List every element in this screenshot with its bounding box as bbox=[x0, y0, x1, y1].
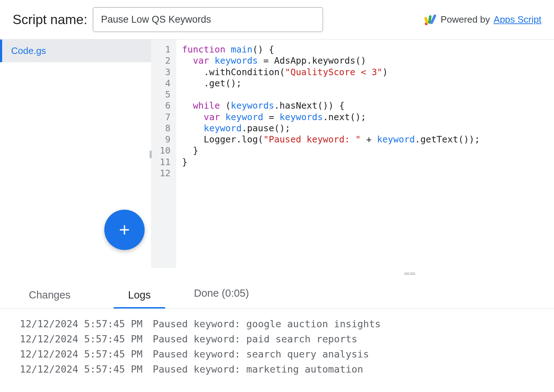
line-number: 7 bbox=[158, 111, 172, 123]
log-row: 12/12/2024 5:57:45 PMPaused keyword: sea… bbox=[20, 347, 534, 362]
line-number: 11 bbox=[158, 156, 172, 168]
vertical-resize-handle[interactable]: || bbox=[149, 149, 151, 159]
line-number-gutter: 123456789101112 bbox=[151, 40, 176, 268]
line-number: 10 bbox=[158, 145, 172, 156]
line-number: 8 bbox=[158, 123, 172, 134]
line-number: 5 bbox=[158, 89, 172, 100]
tab-label: Changes bbox=[29, 289, 71, 301]
log-message: Paused keyword: google auction insights bbox=[153, 316, 381, 332]
line-number: 3 bbox=[158, 67, 172, 78]
log-message: Paused keyword: search query analysis bbox=[153, 347, 369, 362]
line-number: 6 bbox=[158, 100, 172, 111]
apps-script-link[interactable]: Apps Script bbox=[494, 14, 541, 25]
add-file-button[interactable]: + bbox=[104, 210, 145, 250]
log-timestamp: 12/12/2024 5:57:45 PM bbox=[20, 347, 142, 362]
log-row: 12/12/2024 5:57:45 PMPaused keyword: mar… bbox=[20, 362, 534, 377]
log-message: Paused keyword: paid search reports bbox=[153, 332, 357, 347]
apps-script-icon bbox=[423, 13, 437, 27]
run-status: Done (0:05) bbox=[194, 287, 249, 306]
tab-changes[interactable]: Changes bbox=[14, 286, 85, 308]
sidebar: Code.gs + || bbox=[0, 40, 151, 268]
line-number: 9 bbox=[158, 134, 172, 145]
powered-by: Powered by Apps Script bbox=[423, 13, 541, 27]
svg-rect-1 bbox=[424, 17, 428, 24]
script-name-input[interactable] bbox=[93, 7, 323, 32]
log-row: 12/12/2024 5:57:45 PMPaused keyword: pai… bbox=[20, 332, 534, 347]
main-area: Code.gs + || 123456789101112 function ma… bbox=[0, 40, 554, 268]
log-message: Paused keyword: marketing automation bbox=[153, 362, 363, 377]
line-number: 12 bbox=[158, 168, 172, 179]
log-timestamp: 12/12/2024 5:57:45 PM bbox=[20, 316, 142, 332]
tab-logs[interactable]: Logs bbox=[114, 286, 165, 308]
code-content[interactable]: function main() { var keywords = AdsApp.… bbox=[176, 40, 486, 268]
bottom-panel-tabs: Changes Logs Done (0:05) bbox=[0, 279, 554, 309]
script-name-label: Script name: bbox=[13, 12, 87, 27]
horizontal-resize-handle[interactable]: ══ bbox=[266, 268, 554, 279]
file-item-label: Code.gs bbox=[11, 45, 46, 56]
log-row: 12/12/2024 5:57:45 PMPaused keyword: goo… bbox=[20, 316, 534, 332]
powered-by-text: Powered by bbox=[441, 14, 490, 25]
file-item-code-gs[interactable]: Code.gs bbox=[0, 40, 151, 62]
line-number: 2 bbox=[158, 55, 172, 66]
log-timestamp: 12/12/2024 5:57:45 PM bbox=[20, 362, 142, 377]
line-number: 4 bbox=[158, 78, 172, 89]
header: Script name: Powered by Apps Script bbox=[0, 0, 554, 40]
logs-panel: 12/12/2024 5:57:45 PMPaused keyword: goo… bbox=[0, 309, 554, 384]
plus-icon: + bbox=[119, 219, 130, 241]
tab-label: Logs bbox=[128, 289, 151, 301]
line-number: 1 bbox=[158, 44, 172, 55]
code-editor[interactable]: 123456789101112 function main() { var ke… bbox=[151, 40, 554, 268]
log-timestamp: 12/12/2024 5:57:45 PM bbox=[20, 332, 142, 347]
